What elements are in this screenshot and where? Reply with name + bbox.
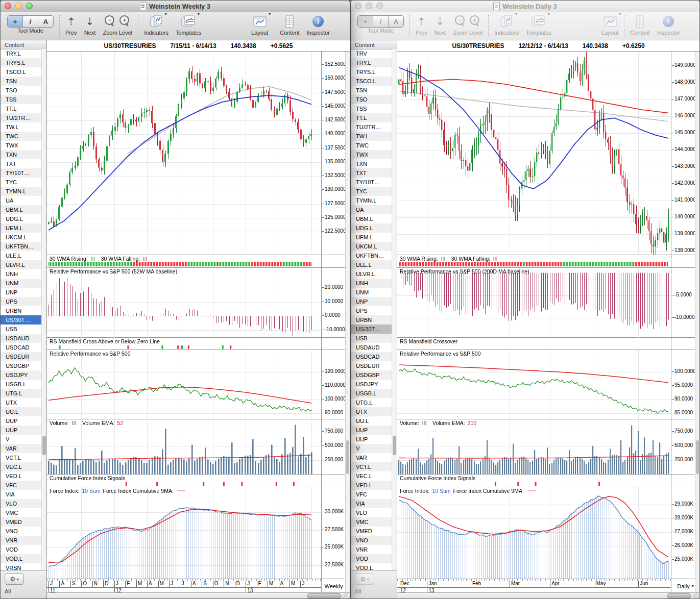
symbol-list-item[interactable]: US/30T…: [1, 315, 46, 325]
rp-canvas[interactable]: [397, 350, 671, 419]
minimize-button[interactable]: [366, 3, 372, 9]
symbol-list-item[interactable]: TYMN.L: [351, 196, 397, 205]
symbol-list-item[interactable]: TU/2TR…: [351, 122, 397, 132]
symbol-list-item[interactable]: UA: [1, 196, 46, 205]
symbol-list-item[interactable]: VED.L: [1, 471, 46, 481]
symbol-list-item[interactable]: UUP: [351, 435, 397, 444]
symbol-list-item[interactable]: UEM.L: [1, 223, 46, 233]
rp-baseline-canvas[interactable]: [47, 268, 321, 338]
symbol-list-item[interactable]: VFC: [1, 481, 46, 490]
resize-grip[interactable]: [693, 592, 699, 598]
symbol-list-item[interactable]: TW.L: [351, 132, 397, 141]
symbol-list-item[interactable]: UUP: [1, 416, 46, 426]
symbol-list-item[interactable]: UDG.L: [351, 223, 397, 233]
symbol-list-item[interactable]: VNR: [1, 536, 46, 545]
symbol-list-item[interactable]: TSS: [351, 104, 397, 113]
tool-mode-crosshair[interactable]: +: [8, 16, 23, 27]
symbol-list-item[interactable]: TYC: [351, 187, 397, 196]
force-index-canvas[interactable]: [47, 487, 321, 579]
tool-mode-crosshair[interactable]: +: [358, 16, 373, 27]
symbol-list-item[interactable]: UTG.L: [1, 389, 46, 398]
toolbar-button-inspector[interactable]: iInspector: [307, 13, 330, 36]
symbol-list-item[interactable]: USDCAD: [1, 343, 46, 352]
toolbar-button-layout[interactable]: ▾Layout: [251, 13, 268, 36]
zoom-button[interactable]: [376, 3, 383, 9]
symbol-list-item[interactable]: UNM: [351, 288, 397, 297]
symbol-list-item[interactable]: UNP: [1, 288, 46, 297]
symbol-list-item[interactable]: UBM.L: [1, 205, 46, 214]
symbol-list-item[interactable]: UNM: [1, 279, 46, 288]
close-button[interactable]: [5, 3, 11, 9]
symbol-list-item[interactable]: VLO: [351, 508, 397, 517]
symbol-list-item[interactable]: URBN: [1, 306, 46, 315]
symbol-list-item[interactable]: URBN: [351, 315, 397, 325]
symbol-list-item[interactable]: VOD.L: [351, 563, 397, 570]
symbol-list-item[interactable]: TSCO.L: [351, 77, 397, 86]
symbol-list-item[interactable]: TWC: [351, 141, 397, 150]
resize-grip[interactable]: [343, 592, 350, 598]
close-button[interactable]: [355, 3, 361, 9]
symbol-list-item[interactable]: UTX: [351, 407, 397, 416]
symbol-list-item[interactable]: UBM.L: [351, 214, 397, 223]
symbol-list-item[interactable]: TY/10T…: [351, 178, 397, 187]
toolbar-button-zoom-level[interactable]: −+Zoom Level: [453, 13, 482, 36]
symbol-list-item[interactable]: USDJPY: [1, 370, 46, 380]
symbol-list-item[interactable]: TRY.L: [351, 58, 397, 67]
rp-canvas[interactable]: [47, 350, 321, 419]
symbol-list-item[interactable]: VNO: [1, 527, 46, 536]
symbol-list-item[interactable]: UU.L: [1, 407, 46, 416]
toolbar-button-next[interactable]: ⇣Next: [435, 13, 446, 36]
symbol-list-item[interactable]: VOD: [1, 545, 46, 554]
symbol-list-item[interactable]: UDG.L: [1, 214, 46, 223]
sidebar-scrollbar-thumb[interactable]: [393, 436, 396, 455]
panel-scrollbar[interactable]: [345, 52, 350, 592]
price-chart-canvas[interactable]: [47, 52, 321, 255]
tool-mode-line[interactable]: /: [373, 16, 389, 27]
toolbar-button-prev[interactable]: ⇡Prev: [416, 13, 427, 36]
symbol-list-item[interactable]: TSO: [351, 95, 397, 104]
toolbar-button-templates[interactable]: ▾Templates: [526, 13, 551, 36]
symbol-list-item[interactable]: UTG.L: [351, 398, 397, 407]
symbol-list-item[interactable]: UNP: [351, 297, 397, 306]
symbol-list-item[interactable]: VIA: [351, 499, 397, 508]
symbol-list-item[interactable]: VCT.L: [1, 453, 46, 462]
sidebar-scrollbar[interactable]: [392, 49, 397, 570]
symbol-list-item[interactable]: USB: [351, 334, 397, 343]
action-menu-button[interactable]: ⚙▾: [355, 573, 374, 585]
zoom-in-icon[interactable]: +: [470, 15, 479, 25]
zoom-out-icon[interactable]: −: [105, 15, 114, 25]
horizontal-scrollbar[interactable]: [397, 592, 699, 598]
symbol-list-item[interactable]: VED.L: [351, 481, 397, 490]
symbol-list-item[interactable]: TRY.L: [1, 49, 46, 58]
symbol-list-item[interactable]: VEC.L: [351, 471, 397, 481]
symbol-list-item[interactable]: USDEUR: [351, 361, 397, 370]
symbol-list-item[interactable]: TYC: [1, 178, 46, 187]
symbol-list-item[interactable]: V: [1, 435, 46, 444]
symbol-list-item[interactable]: UTX: [1, 398, 46, 407]
symbol-list-item[interactable]: TWC: [1, 132, 46, 141]
tool-mode-text[interactable]: A: [389, 16, 403, 27]
toolbar-button-inspector[interactable]: iInspector: [657, 13, 680, 36]
symbol-list-item[interactable]: TXN: [351, 159, 397, 168]
panel-scrollbar[interactable]: [695, 52, 699, 592]
titlebar[interactable]: Weinstein Daily 3: [351, 1, 699, 12]
symbol-list-item[interactable]: ULE.L: [351, 260, 397, 269]
symbol-list-item[interactable]: TW.L: [1, 122, 46, 132]
horizontal-scrollbar-thumb[interactable]: [307, 593, 342, 598]
symbol-list-item[interactable]: TXT: [1, 159, 46, 168]
symbol-list-item[interactable]: UA: [351, 205, 397, 214]
toolbar-button-content[interactable]: Content: [630, 13, 650, 36]
horizontal-scrollbar[interactable]: [47, 592, 350, 598]
symbol-list-item[interactable]: TXN: [1, 150, 46, 159]
symbol-list-item[interactable]: TY/10T…: [1, 168, 46, 178]
tool-mode-line[interactable]: /: [23, 16, 38, 27]
symbol-list-item[interactable]: VOD: [351, 554, 397, 563]
symbol-list-item[interactable]: TT.L: [351, 113, 397, 122]
symbol-list-item[interactable]: ULVR.L: [351, 269, 397, 279]
symbol-list-item[interactable]: TRV: [351, 49, 397, 58]
zoom-button[interactable]: [26, 3, 33, 9]
tool-mode-text[interactable]: A: [38, 16, 53, 27]
symbol-list-item[interactable]: V: [351, 444, 397, 453]
symbol-list-item[interactable]: UU.L: [351, 416, 397, 426]
rp-baseline-canvas[interactable]: [397, 268, 671, 338]
